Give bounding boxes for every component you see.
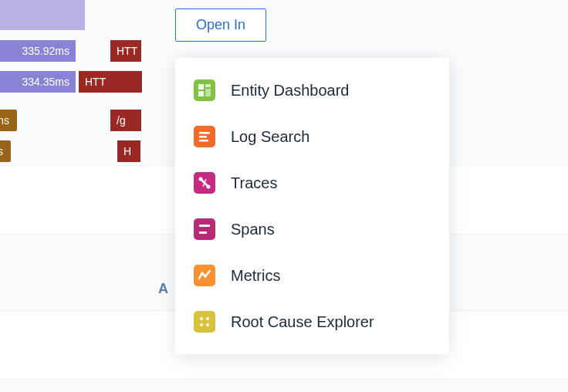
- spans-icon: [194, 218, 215, 240]
- span-bar: [0, 0, 85, 30]
- span-tag: ms: [0, 110, 17, 131]
- svg-point-12: [204, 275, 207, 278]
- svg-point-14: [206, 317, 209, 320]
- svg-point-11: [201, 272, 204, 275]
- svg-rect-1: [205, 84, 211, 87]
- open-in-dropdown: Entity Dashboard Log Search Traces Spans…: [175, 58, 449, 354]
- metrics-icon: [194, 265, 215, 286]
- span-tag: H: [117, 140, 140, 162]
- menu-label: Log Search: [231, 128, 309, 146]
- menu-item-entity-dashboard[interactable]: Entity Dashboard: [175, 67, 449, 113]
- menu-label: Metrics: [231, 267, 280, 285]
- span-duration: 335.92ms: [0, 40, 76, 62]
- svg-rect-6: [199, 140, 208, 142]
- rootcause-icon: [194, 311, 215, 333]
- svg-rect-0: [198, 84, 204, 90]
- menu-label: Traces: [231, 174, 277, 192]
- traces-icon: [194, 172, 215, 194]
- svg-rect-5: [199, 136, 207, 138]
- svg-rect-9: [199, 225, 210, 227]
- menu-label: Entity Dashboard: [231, 82, 349, 100]
- section-heading-partial: A: [158, 281, 168, 297]
- svg-point-16: [206, 323, 209, 326]
- svg-point-15: [200, 323, 203, 326]
- trace-waterfall-partial: 335.92ms HTT 334.35ms HTT ms /g s H: [0, 0, 139, 392]
- svg-rect-2: [205, 89, 211, 96]
- menu-item-log-search[interactable]: Log Search: [175, 113, 449, 160]
- menu-label: Root Cause Explorer: [231, 313, 374, 331]
- span-tag: HTT: [79, 71, 142, 93]
- svg-point-13: [200, 317, 203, 320]
- dashboard-icon: [194, 79, 215, 101]
- menu-item-spans[interactable]: Spans: [175, 206, 449, 252]
- span-tag: HTT: [110, 40, 141, 62]
- logs-icon: [194, 126, 215, 147]
- svg-rect-10: [199, 231, 207, 234]
- span-tag: /g: [110, 110, 141, 131]
- menu-item-traces[interactable]: Traces: [175, 160, 449, 206]
- open-in-button[interactable]: Open In: [175, 8, 266, 42]
- span-tag: s: [0, 140, 11, 162]
- menu-item-metrics[interactable]: Metrics: [175, 252, 449, 299]
- svg-rect-3: [198, 91, 204, 96]
- menu-label: Spans: [231, 221, 275, 238]
- menu-item-root-cause-explorer[interactable]: Root Cause Explorer: [175, 299, 449, 345]
- svg-rect-4: [199, 132, 210, 134]
- span-duration: 334.35ms: [0, 71, 76, 93]
